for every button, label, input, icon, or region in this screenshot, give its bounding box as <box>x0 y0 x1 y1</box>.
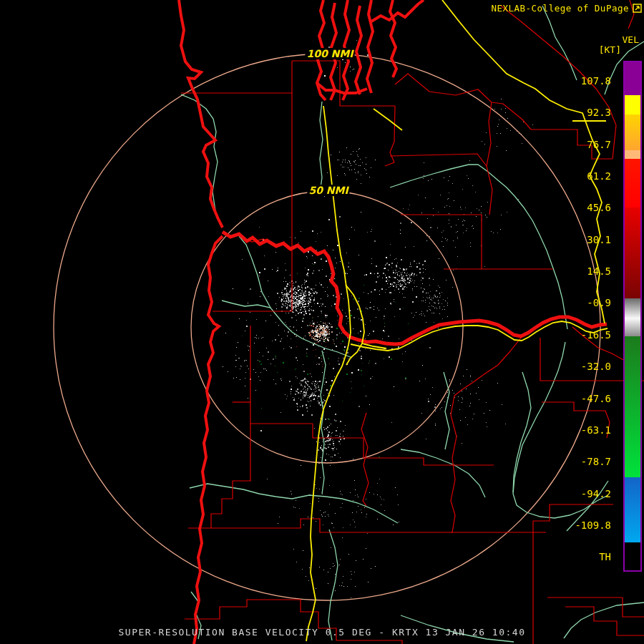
colorbar-tick: 92.3 <box>587 107 611 118</box>
velocity-colorbar <box>623 61 642 572</box>
colorbar-tick: -63.1 <box>581 424 611 436</box>
colorbar-tick: 14.5 <box>587 265 611 277</box>
colorbar-tick: 30.1 <box>587 234 611 245</box>
colorbar-tick: -94.2 <box>581 488 611 499</box>
page-title: NEXLAB-College of DuPage <box>491 3 629 14</box>
colorbar-tick: -47.6 <box>581 393 611 404</box>
title-bar: NEXLAB-College of DuPage <box>491 3 642 14</box>
county-boundaries <box>181 0 644 644</box>
colorbar-gradient <box>625 62 640 570</box>
colorbar-tick: -16.5 <box>581 329 611 341</box>
base-map <box>0 0 644 644</box>
product-caption: SUPER-RESOLUTION BASE VELOCITY 0.5 DEG -… <box>0 627 644 638</box>
colorbar-tick: 107.8 <box>581 75 611 87</box>
colorbar-tick: TH <box>599 551 611 562</box>
colorbar-tick: 45.6 <box>587 202 611 213</box>
range-ring-label-100nmi: 100 NMI <box>306 48 355 59</box>
colorbar-tick: -78.7 <box>581 456 611 467</box>
units-kt-label: [KT] <box>599 45 639 55</box>
units-vel-label: VEL <box>599 35 639 45</box>
colorbar-tick: -32.0 <box>581 361 611 372</box>
colorbar-tick: -0.9 <box>587 297 611 308</box>
rivers <box>181 6 644 642</box>
colorbar-tick: 76.7 <box>587 139 611 150</box>
state-border-columbia-river <box>223 232 607 344</box>
range-ring-label-50nmi: 50 NMI <box>307 185 349 196</box>
range-ring-50nmi <box>191 191 463 463</box>
colorbar-tick: -109.8 <box>575 519 611 531</box>
colorbar-units: VEL [KT] <box>599 35 639 55</box>
expand-icon[interactable] <box>633 4 642 13</box>
colorbar-tick: 61.2 <box>587 170 611 182</box>
radar-display: { "window": { "title": "NEXLAB-College o… <box>0 0 644 644</box>
